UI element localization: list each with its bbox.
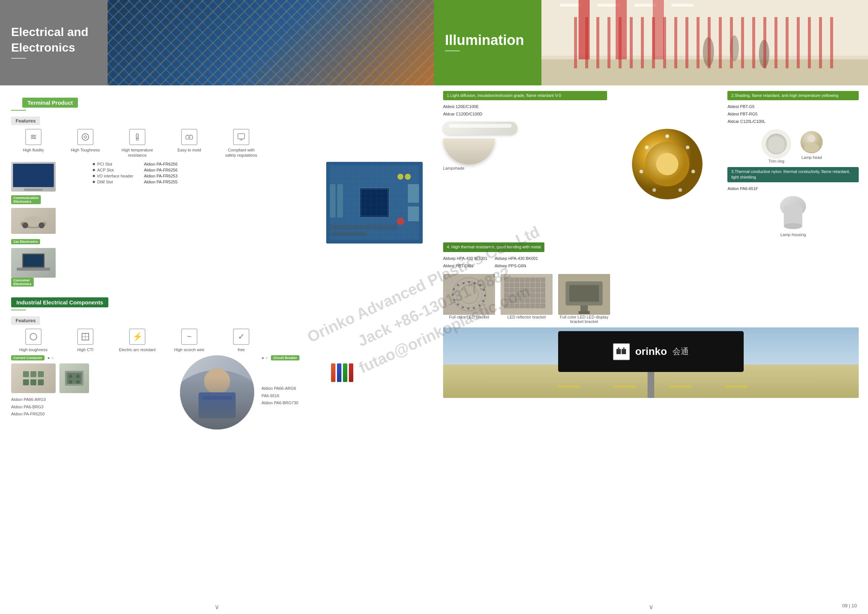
- industrial-divider: [11, 310, 26, 310]
- lamp-head-label: Lamp head: [801, 155, 822, 160]
- lampshade-area: Lampshade: [443, 138, 607, 171]
- svg-point-24: [397, 217, 404, 225]
- svg-point-11: [22, 222, 28, 228]
- ind-arc-icon: ⚡: [129, 329, 146, 345]
- mall-visual: [541, 0, 868, 85]
- svg-rect-125: [504, 298, 509, 303]
- svg-point-89: [453, 299, 455, 301]
- connector-image-1: [11, 363, 56, 393]
- temp-label: High temperature resistance: [119, 147, 156, 158]
- car-image: [11, 208, 56, 234]
- features-label: Features: [11, 116, 40, 125]
- svg-rect-113: [525, 288, 530, 293]
- terminal-features-row: ≋ High fluidity High Toughness High temp…: [11, 129, 423, 158]
- breaker-bar-2: [337, 363, 341, 382]
- svg-rect-41: [198, 392, 236, 419]
- svg-point-78: [468, 281, 470, 283]
- svg-point-67: [804, 143, 819, 152]
- ind-feature-toughness: High toughness: [15, 329, 52, 352]
- slot-row-dim: DIM Slot Aldion PA-FR5255: [93, 180, 319, 184]
- svg-rect-19: [361, 190, 388, 216]
- svg-point-60: [686, 146, 690, 149]
- section4-item-2: Aldsep HPA-430 BK001: [494, 255, 538, 262]
- feature-high-toughness: High Toughness: [67, 129, 104, 153]
- billboard-brand-text: orinko: [636, 346, 667, 358]
- slot-dot-4: [93, 181, 95, 183]
- section1-item-1: Aldest 120E/C100E: [443, 103, 607, 111]
- svg-rect-27: [408, 184, 419, 203]
- section4-items-col2: Aldsep HPA-430 BK001 Aldsep PPS-G6N: [494, 255, 538, 270]
- svg-point-85: [473, 307, 475, 309]
- section3-label: 3.Thermal conductive nylon: thermal cond…: [727, 167, 859, 182]
- logo-box: [613, 343, 630, 360]
- industrial-features-label: Features: [11, 316, 40, 325]
- svg-rect-17: [330, 166, 419, 240]
- terminal-features-section: Features ≋ High fluidity High Toughness …: [0, 113, 434, 158]
- slot-table: PCI Slot Aldion PA-FR6256 ACP Slot Aldio…: [93, 162, 319, 184]
- svg-rect-42: [202, 396, 232, 400]
- billboard-chinese-text: 会通: [673, 346, 689, 357]
- svg-point-86: [467, 307, 470, 310]
- slot-dot: [93, 163, 95, 165]
- svg-rect-139: [535, 304, 540, 308]
- section3-items: Aldion PA6-651F: [727, 185, 859, 193]
- svg-rect-145: [578, 311, 590, 314]
- billboard-area: orinko 会通: [443, 327, 859, 398]
- svg-rect-14: [23, 255, 43, 267]
- section3-area: 3.Thermal conductive nylon: thermal cond…: [727, 167, 859, 193]
- ind-cti-label: High CTI: [77, 347, 93, 352]
- gold-ring-container: [630, 127, 704, 201]
- svg-rect-50: [616, 0, 627, 74]
- temp-icon: [129, 129, 146, 145]
- svg-point-36: [76, 375, 80, 378]
- svg-rect-100: [541, 278, 545, 282]
- svg-rect-111: [515, 288, 519, 293]
- left-page: Electrical and Electronics ∨ Terminal Pr…: [0, 0, 434, 614]
- terminal-product-badge: Terminal Product: [22, 98, 78, 108]
- illum-section1-area: 1.Light diffusion, insulation/extrusion …: [443, 91, 607, 237]
- right-banner-text: Illumination: [434, 0, 541, 85]
- svg-rect-127: [515, 298, 519, 303]
- toughness-icon: [77, 129, 93, 145]
- lamp-tube-image: [443, 122, 517, 135]
- svg-rect-153: [622, 349, 626, 354]
- svg-point-84: [478, 304, 480, 307]
- circuit-board-area: [326, 162, 423, 243]
- svg-rect-133: [504, 304, 509, 308]
- svg-point-87: [462, 306, 464, 309]
- svg-rect-115: [535, 288, 540, 293]
- ind-toughness-label: High toughness: [19, 347, 48, 352]
- illum-top-row: 1.Light diffusion, insulation/extrusion …: [443, 91, 859, 237]
- industrial-features-section: Features High toughness High CTI ⚡ Elect…: [0, 313, 434, 352]
- svg-point-54: [730, 35, 739, 61]
- svg-point-65: [645, 146, 649, 149]
- lamp-head-item: Lamp head: [798, 129, 825, 163]
- svg-rect-135: [515, 304, 519, 308]
- svg-rect-123: [535, 293, 540, 298]
- compliant-label: Compliant with safety regulations: [223, 147, 260, 158]
- svg-rect-130: [530, 298, 535, 303]
- svg-rect-126: [510, 298, 514, 303]
- left-banner-title-line2: Electronics: [11, 40, 88, 56]
- connector-image-2: [59, 363, 89, 393]
- ind-feature-scorch: ~ High scorch wire: [171, 329, 208, 352]
- svg-rect-132: [541, 298, 545, 303]
- section4-item-4: Aldsep PPS-G6N: [494, 262, 538, 270]
- right-banner-title: Illumination: [445, 32, 524, 48]
- svg-rect-110: [510, 288, 514, 293]
- circuit-breaker-section: ● ○ Circuit Breaker Aldion PA66-ARG6 PA6…: [262, 355, 423, 429]
- svg-rect-15: [17, 268, 50, 271]
- svg-rect-118: [510, 293, 514, 298]
- ind-scorch-icon: ~: [181, 329, 197, 345]
- current-contactor-tag: Current Contactor: [11, 355, 45, 360]
- lamp-housing-label: Lamp housing: [780, 233, 806, 237]
- led-bracket-2-label: LED reflector bracket: [507, 315, 546, 319]
- svg-point-58: [656, 153, 678, 175]
- svg-point-61: [691, 170, 695, 174]
- svg-rect-154: [618, 347, 619, 350]
- svg-point-81: [483, 289, 485, 291]
- svg-rect-117: [504, 293, 509, 298]
- right-banner-image: [541, 0, 868, 85]
- svg-point-91: [453, 288, 455, 290]
- billboard-board: orinko 会通: [558, 331, 744, 372]
